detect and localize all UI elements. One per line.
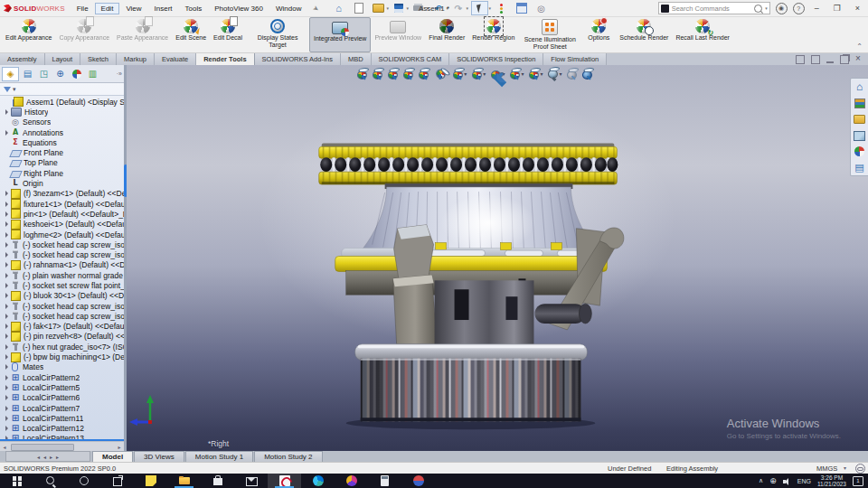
ribbon-tab[interactable]: Sketch (80, 53, 117, 65)
document-tab[interactable]: Motion Study 1 (185, 451, 253, 462)
tree-item[interactable]: keshoei<1> (Default) <<Default>_Display (0, 220, 124, 230)
hud-tool[interactable] (373, 68, 382, 80)
new-document-icon[interactable] (352, 2, 365, 14)
taskbar-app[interactable] (201, 474, 234, 488)
units-caret-icon[interactable]: ▾ (844, 465, 846, 471)
graphics-viewport[interactable]: *Right Activate Windows Go to Settings t… (127, 65, 868, 451)
save-icon[interactable] (392, 2, 405, 14)
expand-arrow-icon[interactable] (3, 385, 10, 390)
search-caret-icon[interactable]: ▾ (765, 5, 768, 11)
ribbon-tab[interactable]: Flow Simulation (543, 53, 607, 65)
select-arrow-icon[interactable] (471, 1, 488, 15)
expand-arrow-icon[interactable] (3, 426, 10, 431)
menu-item[interactable]: Insert (148, 3, 179, 14)
home-icon[interactable] (332, 2, 345, 14)
expand-arrow-icon[interactable] (3, 354, 10, 360)
hud-tool[interactable] (548, 69, 561, 79)
featuremanager-tab-icon[interactable]: ◈ (2, 67, 19, 81)
expand-arrow-icon[interactable] (3, 109, 10, 115)
file-properties-icon[interactable] (514, 2, 528, 14)
tree-item[interactable]: LocalCirPattern7 (0, 403, 124, 413)
panel-tab-overflow-icon[interactable]: ·» (117, 70, 122, 77)
tree-item[interactable]: pin<1> (Default) <<Default>_Display Stat (0, 209, 124, 219)
ribbon-tab[interactable]: Assembly (0, 53, 45, 65)
ribbon-tab[interactable]: SOLIDWORKS Inspection (449, 53, 543, 65)
expand-arrow-icon[interactable] (3, 262, 10, 267)
ribbon-tab[interactable]: Markup (117, 53, 155, 65)
tree-item[interactable]: (-) bpw big machining<1> (Default) <<D (0, 352, 124, 361)
taskbar-app[interactable] (234, 474, 268, 488)
document-tab[interactable]: 3D Views (134, 451, 184, 462)
taskbar-app[interactable] (368, 474, 401, 488)
base-cylinder[interactable] (355, 344, 588, 421)
tree-horizontal-scrollbar[interactable]: ◂ ▸ (0, 441, 124, 451)
notification-icon[interactable]: 1 (853, 476, 863, 486)
doc-minimize-icon[interactable] (826, 56, 834, 63)
doc-restore-icon[interactable] (840, 55, 849, 64)
hud-tool[interactable] (491, 68, 505, 80)
view-palette-icon[interactable] (854, 130, 865, 141)
tree-item[interactable]: (f) 3nezam<1> (Default) <<Default>_Disp (0, 189, 124, 199)
tab-scroll-controls[interactable]: ◂◂▸▸ (5, 451, 90, 462)
tree-item[interactable]: (-) socket head cap screw_iso<13> (ISO 4… (0, 311, 124, 321)
expand-arrow-icon[interactable] (3, 242, 10, 248)
taskbar-app[interactable] (335, 474, 368, 488)
cam-tree-tab-icon[interactable]: ▥ (85, 68, 100, 80)
design-library-icon[interactable] (854, 98, 865, 108)
custom-properties-icon[interactable] (854, 162, 865, 173)
tree-filter-row[interactable]: ▾ (0, 83, 124, 96)
tree-item[interactable]: LocalCirPattern2 (0, 372, 124, 382)
hud-tool[interactable] (419, 68, 429, 80)
expand-arrow-icon[interactable] (3, 191, 10, 196)
hud-tool[interactable] (453, 68, 467, 80)
rebuild-icon[interactable] (495, 2, 508, 14)
expand-arrow-icon[interactable] (3, 333, 10, 339)
tree-item[interactable]: Equations (0, 137, 124, 147)
taskbar-app[interactable] (33, 474, 67, 488)
ribbon-button[interactable]: Preview Window (371, 17, 425, 52)
taskbar-app[interactable] (67, 474, 100, 488)
expand-arrow-icon[interactable] (3, 344, 10, 350)
ribbon-button[interactable]: Recall Last Render (672, 17, 733, 52)
hud-tool[interactable] (357, 68, 367, 80)
status-tag-icon[interactable] (855, 464, 865, 474)
doc-icon[interactable] (796, 55, 805, 64)
expand-arrow-icon[interactable] (3, 364, 10, 370)
tree-root-item[interactable]: Assem1 (Default) <Display State-1> (0, 97, 124, 107)
expand-arrow-icon[interactable] (3, 283, 10, 288)
expand-arrow-icon[interactable] (3, 130, 10, 136)
tree-item[interactable]: (-) pin rezveh<8> (Default) <<Default>_D (0, 332, 124, 342)
language-indicator[interactable]: ENG (797, 478, 811, 484)
expand-arrow-icon[interactable] (3, 324, 10, 329)
menu-item[interactable]: Tools (179, 3, 209, 14)
filter-caret-icon[interactable]: ▾ (13, 86, 16, 93)
search-icon[interactable] (754, 5, 762, 13)
propertymanager-tab-icon[interactable]: ▤ (20, 68, 35, 80)
tree-item[interactable]: (-) socket set screw flat point_iso<1> (… (0, 280, 124, 290)
hud-tool[interactable] (582, 68, 592, 80)
ribbon-tab[interactable]: SOLIDWORKS CAM (372, 53, 450, 65)
expand-arrow-icon[interactable] (3, 273, 10, 278)
close-button[interactable]: × (851, 4, 864, 13)
ribbon-button[interactable]: Edit Appearance (2, 17, 55, 52)
tree-item[interactable]: LocalCirPattern12 (0, 424, 124, 434)
help-icon[interactable]: ? (793, 3, 805, 14)
taskbar-app[interactable] (301, 474, 335, 488)
expand-arrow-icon[interactable] (3, 293, 10, 298)
expand-arrow-icon[interactable] (3, 211, 10, 217)
restore-button[interactable]: ❐ (829, 4, 845, 13)
tree-item[interactable]: (-) socket head cap screw_iso<1> (ISO 47… (0, 239, 124, 249)
file-explorer-pane-icon[interactable] (854, 114, 865, 125)
tree-item[interactable]: History (0, 107, 124, 117)
ribbon-button[interactable]: Edit Decal (210, 17, 246, 52)
hud-tool[interactable] (434, 67, 448, 80)
tree-item[interactable]: (-) socket head cap screw_iso<12> (ISO 4… (0, 301, 124, 311)
tray-chevron-icon[interactable]: ∧ (759, 477, 763, 484)
menu-item[interactable]: Edit (95, 3, 120, 14)
tree-item[interactable]: (-) rahnama<1> (Default) <<Default>_Dis (0, 260, 124, 270)
dimxpertmanager-tab-icon[interactable]: ⊕ (52, 68, 68, 80)
tree-item[interactable]: LocalCirPattern5 (0, 382, 124, 392)
taskbar-app[interactable] (100, 474, 134, 488)
ribbon-button[interactable]: Edit Scene (172, 17, 210, 52)
units-dropdown[interactable]: MMGS (816, 465, 837, 473)
